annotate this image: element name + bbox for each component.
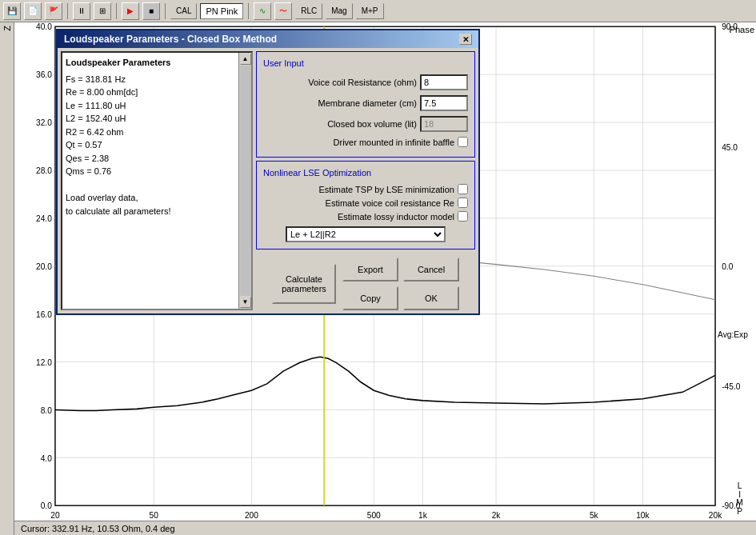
copy-button[interactable]: Copy bbox=[342, 286, 398, 310]
estimate-tsp-label: Estimate TSP by LSE minimization bbox=[263, 185, 454, 194]
info-line: Fs = 318.81 Hz bbox=[66, 73, 235, 86]
cal-button[interactable]: CAL bbox=[170, 3, 197, 19]
svg-text:8.0: 8.0 bbox=[41, 405, 52, 414]
infinite-baffle-checkbox[interactable] bbox=[458, 137, 468, 147]
svg-text:500: 500 bbox=[367, 511, 381, 520]
dialog-titlebar: Loudspeaker Parameters - Closed Box Meth… bbox=[58, 30, 478, 48]
calculate-button[interactable]: Calculate parameters bbox=[272, 264, 336, 304]
svg-text:24.0: 24.0 bbox=[36, 214, 52, 223]
model-dropdown-row: Le + L2||R2 Le only Le + L2||R2 + R2||C2 bbox=[263, 226, 468, 242]
pause-button[interactable]: ⏸ bbox=[73, 2, 90, 20]
svg-text:4.0: 4.0 bbox=[41, 453, 52, 462]
pn-pink-label: PN Pink bbox=[200, 3, 243, 19]
voice-coil-input[interactable] bbox=[420, 74, 468, 90]
svg-text:36.0: 36.0 bbox=[36, 70, 52, 79]
main-area: Z bbox=[0, 22, 756, 535]
info-line bbox=[66, 178, 235, 192]
save-button[interactable]: 💾 bbox=[3, 2, 21, 20]
ok-button[interactable]: OK bbox=[403, 286, 459, 310]
estimate-tsp-checkbox[interactable] bbox=[458, 184, 468, 194]
voice-coil-label: Voice coil Resistance (ohm) bbox=[263, 78, 417, 87]
bottom-buttons: Copy OK bbox=[342, 286, 459, 310]
user-input-section: User Input Voice coil Resistance (ohm) M… bbox=[256, 51, 475, 158]
svg-text:I: I bbox=[738, 490, 741, 499]
svg-text:M: M bbox=[736, 498, 742, 507]
scroll-track bbox=[240, 66, 251, 296]
info-panel: Loudspeaker Parameters Fs = 318.81 HzRe … bbox=[61, 51, 253, 310]
info-line: Re = 8.00 ohm[dc] bbox=[66, 86, 235, 99]
estimate-re-checkbox[interactable] bbox=[458, 198, 468, 208]
estimate-tsp-row: Estimate TSP by LSE minimization bbox=[263, 184, 468, 194]
info-line: Qes = 2.38 bbox=[66, 152, 235, 166]
separator-2 bbox=[116, 3, 117, 19]
svg-text:L: L bbox=[738, 481, 742, 490]
button-row: Calculate parameters Export Cancel Copy … bbox=[256, 258, 475, 310]
membrane-input[interactable] bbox=[420, 95, 468, 111]
mp-button[interactable]: M+P bbox=[356, 3, 384, 19]
close-button[interactable]: ✕ bbox=[459, 34, 472, 45]
closed-box-label: Closed box volume (lit) bbox=[263, 119, 417, 129]
membrane-row: Membrane diameter (cm) bbox=[263, 95, 468, 111]
info-line: to calculate all parameters! bbox=[66, 205, 235, 218]
svg-text:2k: 2k bbox=[492, 511, 502, 520]
dialog-title: Loudspeaker Parameters - Closed Box Meth… bbox=[64, 34, 277, 45]
info-line: R2 = 6.42 ohm bbox=[66, 126, 235, 139]
wave-button[interactable]: ∿ bbox=[254, 2, 271, 20]
svg-text:20.0: 20.0 bbox=[36, 262, 52, 271]
estimate-inductor-row: Estimate lossy inductor model bbox=[263, 211, 468, 222]
top-buttons: Export Cancel bbox=[342, 258, 459, 281]
nonlinear-title: Nonlinear LSE Optimization bbox=[263, 168, 468, 178]
svg-text:5k: 5k bbox=[590, 511, 599, 520]
scroll-up-button[interactable]: ▲ bbox=[240, 54, 251, 65]
voice-coil-row: Voice coil Resistance (ohm) bbox=[263, 74, 468, 90]
separator-3 bbox=[165, 3, 166, 19]
svg-text:32.0: 32.0 bbox=[36, 118, 52, 127]
info-line: L2 = 152.40 uH bbox=[66, 112, 235, 126]
svg-text:12.0: 12.0 bbox=[36, 358, 52, 367]
rlc-button[interactable]: RLC bbox=[295, 3, 322, 19]
infinite-baffle-row: Driver mounted in infinite baffle bbox=[263, 137, 468, 147]
info-line: Qt = 0.57 bbox=[66, 138, 235, 152]
scroll-down-button[interactable]: ▼ bbox=[240, 297, 251, 308]
export-button[interactable]: Export bbox=[342, 258, 398, 281]
separator-1 bbox=[67, 3, 68, 19]
infinite-baffle-label: Driver mounted in infinite baffle bbox=[263, 138, 454, 147]
flag-button[interactable]: 🚩 bbox=[45, 2, 62, 20]
cancel-button[interactable]: Cancel bbox=[403, 258, 459, 281]
z-label: Z bbox=[2, 26, 12, 31]
curve-button[interactable]: 〜 bbox=[274, 2, 292, 20]
svg-text:20k: 20k bbox=[709, 511, 722, 520]
info-panel-title: Loudspeaker Parameters bbox=[66, 56, 248, 70]
closed-box-input bbox=[420, 116, 468, 132]
svg-text:200: 200 bbox=[245, 511, 258, 520]
toolbar: 💾 📄 🚩 ⏸ ⊞ ▶ ■ CAL PN Pink ∿ 〜 RLC Mag M+… bbox=[0, 0, 756, 22]
estimate-re-label: Estimate voice coil resistance Re bbox=[263, 198, 454, 208]
svg-text:0.0: 0.0 bbox=[41, 501, 52, 510]
cursor-status: Cursor: 332.91 Hz, 10.53 Ohm, 0.4 deg bbox=[21, 524, 175, 533]
play-button[interactable]: ▶ bbox=[122, 2, 139, 20]
svg-text:16.0: 16.0 bbox=[36, 310, 52, 319]
info-lines: Fs = 318.81 HzRe = 8.00 ohm[dc]Le = 111.… bbox=[66, 73, 248, 218]
estimate-inductor-checkbox[interactable] bbox=[458, 211, 468, 222]
nonlinear-section: Nonlinear LSE Optimization Estimate TSP … bbox=[256, 161, 475, 250]
mag-button[interactable]: Mag bbox=[326, 3, 352, 19]
estimate-re-row: Estimate voice coil resistance Re bbox=[263, 198, 468, 208]
svg-text:1k: 1k bbox=[418, 511, 428, 520]
input-panel: User Input Voice coil Resistance (ohm) M… bbox=[256, 51, 475, 310]
svg-text:20: 20 bbox=[50, 511, 60, 520]
svg-text:45.0: 45.0 bbox=[722, 143, 738, 152]
model-select[interactable]: Le + L2||R2 Le only Le + L2||R2 + R2||C2 bbox=[286, 226, 446, 242]
left-panel: Z bbox=[0, 22, 14, 535]
svg-text:Avg:Exp: Avg:Exp bbox=[718, 330, 748, 339]
info-scrollbar[interactable]: ▲ ▼ bbox=[238, 53, 251, 309]
stop-button[interactable]: ■ bbox=[142, 2, 160, 20]
info-line: Le = 111.80 uH bbox=[66, 99, 235, 113]
dialog-body: Loudspeaker Parameters Fs = 318.81 HzRe … bbox=[58, 48, 478, 313]
right-buttons: Export Cancel Copy OK bbox=[342, 258, 459, 310]
grid-button[interactable]: ⊞ bbox=[94, 2, 111, 20]
membrane-label: Membrane diameter (cm) bbox=[263, 98, 417, 108]
svg-text:0.0: 0.0 bbox=[722, 262, 733, 271]
svg-text:10k: 10k bbox=[636, 511, 650, 520]
status-bar: Cursor: 332.91 Hz, 10.53 Ohm, 0.4 deg bbox=[14, 521, 756, 535]
open-button[interactable]: 📄 bbox=[24, 2, 42, 20]
